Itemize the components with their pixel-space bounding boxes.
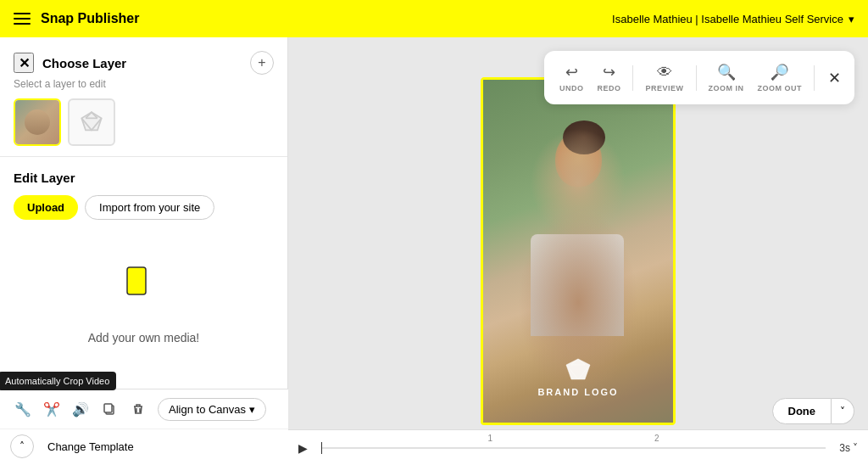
svg-rect-2 [127,267,146,294]
preview-button[interactable]: 👁 PREVIEW [643,62,685,94]
auto-crop-tooltip: Automatically Crop Video [0,372,116,390]
toolbar-divider-1 [632,65,633,91]
diamond-logo-icon [565,356,592,384]
app-header: Snap Publisher Isabelle Mathieu | Isabel… [0,0,868,37]
close-button[interactable]: ✕ [14,53,34,73]
align-chevron-icon: ▾ [249,403,255,416]
crop-auto-button[interactable]: 🔧 [10,396,36,422]
play-button[interactable]: ▶ [298,441,308,455]
zoom-out-label: ZOOM OUT [758,84,803,92]
layer-thumbnails [14,98,274,146]
preview-icon: 👁 [657,64,672,81]
canvas-area: BRAND LOGO ↩ UNDO ↪ REDO 👁 PREVIEW [288,37,868,465]
timeline-mark-2: 2 [654,434,659,443]
volume-button[interactable]: 🔊 [68,396,93,422]
ghost-icon: 👻 [117,261,171,324]
floating-toolbar: ↩ UNDO ↪ REDO 👁 PREVIEW 🔍 ZOOM IN [544,51,854,104]
header-left: Snap Publisher [14,11,139,26]
user-menu[interactable]: Isabelle Mathieu | Isabelle Mathieu Self… [612,13,854,25]
media-placeholder: 👻 Add your own media! [14,240,274,365]
upload-button[interactable]: Upload [14,195,78,220]
brand-overlay: BRAND LOGO [537,356,618,397]
edit-layer-buttons: Upload Import from your site [14,195,274,220]
choose-layer-header: ✕ Choose Layer + [14,51,274,75]
chevron-down-icon: ▾ [849,13,854,25]
done-area: Done ˅ [772,398,855,424]
choose-layer-section: ✕ Choose Layer + Select a layer to edit [0,37,287,157]
copy-button[interactable] [97,396,122,422]
align-canvas-button[interactable]: Align to Canvas ▾ [158,398,266,421]
toolbar-divider-2 [696,65,697,91]
choose-layer-title: Choose Layer [42,56,126,70]
redo-icon: ↪ [603,63,615,81]
zoom-out-icon: 🔍 [771,63,789,81]
duration-label: 3s [839,442,850,454]
toolbar-divider-3 [814,65,815,91]
zoom-in-label: ZOOM IN [709,84,744,92]
zoom-in-icon: 🔍 [717,63,736,81]
undo-button[interactable]: ↩ UNDO [558,61,586,94]
bottom-toolbar: Automatically Crop Video 🔧 ✂️ 🔊 [0,389,288,465]
timeline-track[interactable]: 1 2 [321,447,826,449]
hamburger-menu[interactable] [14,13,31,25]
choose-layer-subtitle: Select a layer to edit [14,78,274,90]
edit-layer-title: Edit Layer [14,171,274,185]
floating-toolbar-icons: ↩ UNDO ↪ REDO 👁 PREVIEW 🔍 ZOOM IN [558,61,841,94]
brand-logo-text: BRAND LOGO [537,387,618,397]
add-layer-button[interactable]: + [250,51,274,75]
zoom-in-button[interactable]: 🔍 ZOOM IN [707,61,746,94]
collapse-button[interactable]: ˄ [10,434,34,458]
timeline: ▶ 1 2 3s ˅ [288,429,868,465]
left-panel: ✕ Choose Layer + Select a layer to edit [0,37,288,465]
redo-label: REDO [597,84,620,92]
preview-label: PREVIEW [645,84,683,92]
timeline-cursor [321,442,322,454]
change-template-button[interactable]: Change Template [41,437,141,457]
canvas-background: BRAND LOGO [483,80,673,423]
done-button[interactable]: Done [772,398,832,424]
timeline-duration[interactable]: 3s ˅ [839,442,858,454]
redo-button[interactable]: ↪ REDO [595,61,622,94]
media-add-text: Add your own media! [88,331,200,345]
layer-thumb-2[interactable] [68,98,115,146]
chevron-up-icon: ˄ [19,440,25,452]
layer-thumb-1[interactable] [14,98,61,146]
scissors-button[interactable]: ✂️ [39,396,64,422]
duration-chevron-icon: ˅ [853,442,858,454]
import-button[interactable]: Import from your site [85,195,214,220]
delete-button[interactable] [125,396,151,422]
close-toolbar-button[interactable]: ✕ [828,69,841,87]
undo-icon: ↩ [565,63,578,81]
svg-rect-5 [104,404,112,412]
app-title: Snap Publisher [41,11,139,26]
main-content: ✕ Choose Layer + Select a layer to edit [0,37,868,465]
zoom-out-button[interactable]: 🔍 ZOOM OUT [756,61,804,94]
user-label: Isabelle Mathieu | Isabelle Mathieu Self… [612,13,843,25]
timeline-mark-1: 1 [487,434,492,443]
toolbar-row-2: ˄ Change Template [0,429,288,465]
undo-label: UNDO [559,84,584,92]
align-canvas-label: Align to Canvas [169,403,246,416]
done-chevron-button[interactable]: ˅ [832,398,854,424]
toolbar-row-1: 🔧 ✂️ 🔊 [0,389,288,429]
phone-canvas: BRAND LOGO [481,77,676,425]
